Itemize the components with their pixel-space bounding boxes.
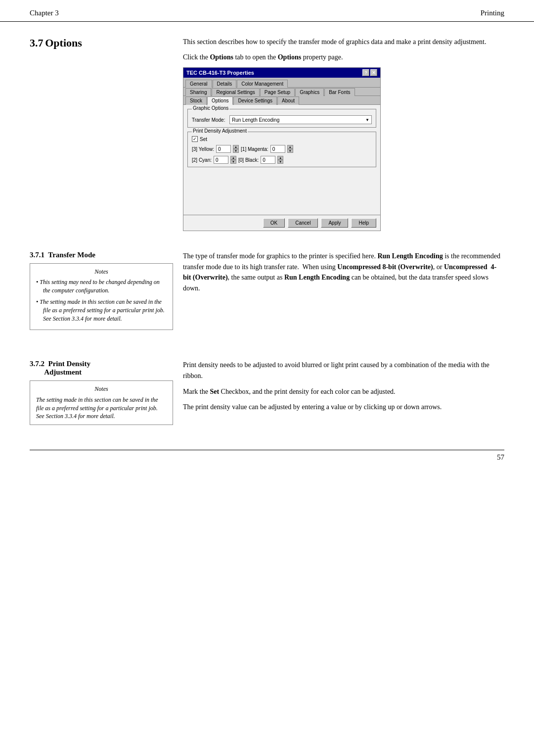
set-checkbox-row: ✓ Set <box>192 136 372 142</box>
print-density-title: Print Density Adjustment <box>192 128 248 134</box>
transfer-mode-row: Transfer Mode: Run Length Encoding ▼ <box>192 115 372 124</box>
apply-button[interactable]: Apply <box>321 218 348 228</box>
tab-general[interactable]: General <box>185 80 212 88</box>
subsection-372-right: Print density needs to be adjusted to av… <box>183 360 504 425</box>
set-checkbox[interactable]: ✓ <box>192 136 198 142</box>
tab-sharing[interactable]: Sharing <box>185 88 211 96</box>
section-number: 3.7 <box>30 37 44 49</box>
page-number: 57 <box>497 453 504 462</box>
magenta-up-btn[interactable]: ▲ <box>287 145 293 149</box>
graphic-options-group: Graphic Options Transfer Mode: Run Lengt… <box>187 109 376 128</box>
subsection-371-right: The type of transfer mode for graphics t… <box>183 251 504 330</box>
tab-options[interactable]: Options <box>207 96 233 105</box>
black-spin[interactable]: 0 <box>261 156 275 164</box>
cyan-down-btn[interactable]: ▼ <box>230 160 236 164</box>
page-header: Chapter 3 Printing <box>0 0 534 22</box>
black-down-btn[interactable]: ▼ <box>277 160 283 164</box>
dialog-footer: OK Cancel Apply Help <box>183 215 380 231</box>
intro-text-1: This section describes how to specify th… <box>183 37 504 47</box>
subsection-371-body: The type of transfer mode for graphics t… <box>183 251 504 294</box>
select-arrow-icon: ▼ <box>365 118 369 122</box>
subsection-371: 3.7.1 Transfer Mode Notes This setting m… <box>0 241 534 340</box>
subsection-372: 3.7.2 Print Density Adjustment Notes The… <box>0 350 534 435</box>
dialog-title: TEC CB-416-T3 Properties <box>186 70 254 76</box>
yellow-spin[interactable]: 0 <box>216 145 231 153</box>
yellow-down-btn[interactable]: ▼ <box>233 149 239 153</box>
note-item-1: This setting may need to be changed depe… <box>36 278 167 295</box>
body-text-372-1: Print density needs to be adjusted to av… <box>183 360 504 381</box>
cyan-up-btn[interactable]: ▲ <box>230 156 236 160</box>
cancel-button[interactable]: Cancel <box>288 218 318 228</box>
dialog-titlebar: TEC CB-416-T3 Properties ? ✕ <box>183 68 380 78</box>
note-item-372: The setting made in this section can be … <box>36 396 167 421</box>
intro-text-2: Click the Options tab to open the Option… <box>183 52 504 62</box>
graphic-options-title: Graphic Options <box>192 105 229 111</box>
tab-about[interactable]: About <box>277 96 299 105</box>
subsection-372-left: 3.7.2 Print Density Adjustment Notes The… <box>30 360 183 425</box>
subsection-371-number: 3.7.1 <box>30 251 44 259</box>
magenta-label: [1] Magenta: <box>241 146 268 152</box>
notes-list-371: This setting may need to be changed depe… <box>36 278 167 323</box>
note-item-2: The setting made in this section can be … <box>36 298 167 323</box>
tabs-row-1: General Details Color Management <box>183 78 380 88</box>
cyan-spin[interactable]: 0 <box>214 156 228 164</box>
black-label: [0] Black: <box>238 157 259 163</box>
tab-device-settings[interactable]: Device Settings <box>233 96 276 105</box>
black-up-btn[interactable]: ▲ <box>277 156 283 160</box>
section-right: This section describes how to specify th… <box>183 37 504 231</box>
cyan-spin-buttons: ▲ ▼ <box>230 156 236 164</box>
tabs-row-3: Stock Options Device Settings About <box>183 96 380 105</box>
printing-label: Printing <box>481 9 504 17</box>
transfer-mode-value: Run Length Encoding <box>232 117 279 123</box>
notes-title-372: Notes <box>36 385 167 393</box>
cyan-label: [2] Cyan: <box>192 157 212 163</box>
print-density-group: Print Density Adjustment ✓ Set [3] Yello… <box>187 132 376 167</box>
transfer-mode-label: Transfer Mode: <box>192 117 226 123</box>
body-text-372-3: The print density value can be adjusted … <box>183 402 504 413</box>
notes-box-371: Notes This setting may need to be change… <box>30 263 173 330</box>
tab-bar-fonts[interactable]: Bar Fonts <box>324 88 355 96</box>
tab-color-management[interactable]: Color Management <box>237 80 288 88</box>
magenta-down-btn[interactable]: ▼ <box>287 149 293 153</box>
body-text-372-2: Mark the Set Checkbox, and the print den… <box>183 386 504 397</box>
cyan-black-row: [2] Cyan: 0 ▲ ▼ [0] Black: 0 ▲ ▼ <box>192 156 372 164</box>
yellow-up-btn[interactable]: ▲ <box>233 145 239 149</box>
dialog-box: TEC CB-416-T3 Properties ? ✕ General Det… <box>183 67 381 231</box>
subsection-371-left: 3.7.1 Transfer Mode Notes This setting m… <box>30 251 183 330</box>
subsection-372-heading1: Print Density <box>48 360 90 368</box>
subsection-372-number: 3.7.2 <box>30 360 44 368</box>
section-left: 3.7 Options <box>30 37 183 231</box>
section-title: Options <box>45 37 82 49</box>
magenta-spin[interactable]: 0 <box>270 145 285 153</box>
subsection-372-title: 3.7.2 Print Density Adjustment <box>30 360 173 377</box>
set-label: Set <box>200 137 207 142</box>
tab-regional-settings[interactable]: Regional Settings <box>212 88 259 96</box>
tab-stock[interactable]: Stock <box>185 96 207 105</box>
help-btn[interactable]: ? <box>362 69 369 76</box>
dialog-spacer <box>187 171 376 211</box>
ok-button[interactable]: OK <box>263 218 285 228</box>
yellow-magenta-row: [3] Yellow: 0 ▲ ▼ [1] Magenta: 0 ▲ ▼ <box>192 145 372 153</box>
magenta-spin-buttons: ▲ ▼ <box>287 145 293 153</box>
notes-box-372: Notes The setting made in this section c… <box>30 380 173 425</box>
close-btn[interactable]: ✕ <box>370 69 377 76</box>
black-spin-buttons: ▲ ▼ <box>277 156 283 164</box>
tab-details[interactable]: Details <box>213 80 237 88</box>
tab-graphics[interactable]: Graphics <box>295 88 324 96</box>
subsection-372-heading2: Adjustment <box>44 368 82 376</box>
transfer-mode-select[interactable]: Run Length Encoding ▼ <box>229 115 372 124</box>
subsection-371-heading: Transfer Mode <box>48 251 95 259</box>
yellow-label: [3] Yellow: <box>192 146 214 152</box>
notes-title-371: Notes <box>36 268 167 276</box>
subsection-371-title: 3.7.1 Transfer Mode <box>30 251 173 259</box>
chapter-label: Chapter 3 <box>30 9 59 17</box>
main-content: 3.7 Options This section describes how t… <box>0 22 534 241</box>
tabs-row-2: Sharing Regional Settings Page Setup Gra… <box>183 88 380 96</box>
tab-page-setup[interactable]: Page Setup <box>260 88 295 96</box>
page-number-area: 57 <box>0 450 534 465</box>
yellow-spin-buttons: ▲ ▼ <box>233 145 239 153</box>
dialog-body: Graphic Options Transfer Mode: Run Lengt… <box>183 105 380 215</box>
help-button[interactable]: Help <box>351 218 376 228</box>
dialog-titlebar-buttons: ? ✕ <box>362 69 377 76</box>
